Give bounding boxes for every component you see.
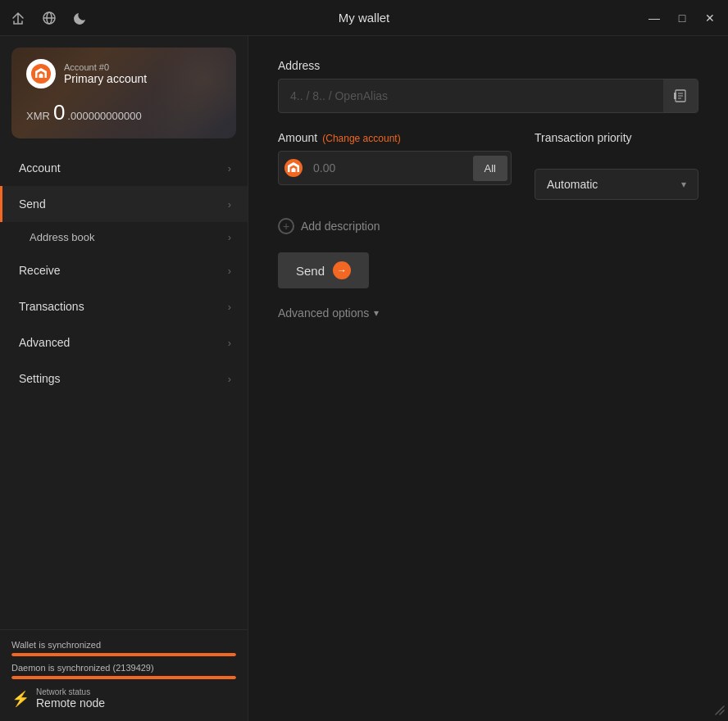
sidebar: Account #0 Primary account XMR 0 .000000… [0,36,248,721]
monero-icon-small [279,152,308,184]
titlebar: My wallet — □ ✕ [0,0,728,36]
globe-icon[interactable] [41,10,57,26]
add-description-icon: + [278,218,294,234]
sidebar-item-settings[interactable]: Settings › [0,360,248,397]
priority-value: Automatic [547,178,598,191]
amount-section: Amount (Change account) All [278,131,512,185]
send-chevron-icon: › [228,198,231,211]
monero-logo [26,59,56,88]
sidebar-item-receive[interactable]: Receive › [0,252,248,288]
settings-chevron-icon: › [228,373,231,385]
address-input[interactable] [279,81,663,111]
account-chevron-icon: › [228,162,231,175]
wallet-sync-bar-fill [11,653,236,656]
nav-items: Account › Send › Address book › Receive … [0,147,248,629]
send-button-label: Send [296,264,325,278]
address-book-chevron-icon: › [228,232,231,243]
sidebar-item-address-book[interactable]: Address book › [0,222,248,252]
svg-rect-8 [674,93,676,99]
address-book-open-button[interactable] [663,79,698,112]
network-status-value: Remote node [36,696,105,710]
send-content: Address Amount (Change account) [248,36,728,721]
account-card: Account #0 Primary account XMR 0 .000000… [11,48,236,138]
transactions-chevron-icon: › [228,301,231,313]
priority-dropdown[interactable]: Automatic ▾ [535,169,698,200]
account-header: Account #0 Primary account [26,59,221,88]
daemon-sync-bar [11,676,236,679]
all-button[interactable]: All [473,156,507,181]
amount-label: Amount [278,131,317,144]
amount-priority-row: Amount (Change account) All [278,131,698,200]
send-arrow-icon: → [333,261,351,279]
wallet-sync-bar [11,653,236,656]
advanced-options-chevron-icon: ▾ [374,307,379,319]
daemon-sync-status: Daemon is synchronized (2139429) [11,663,236,679]
sidebar-item-advanced[interactable]: Advanced › [0,324,248,360]
balance-whole: 0 [53,100,64,125]
network-info: Network status Remote node [36,687,105,710]
app-title: My wallet [339,11,390,25]
moon-icon[interactable] [72,10,89,26]
maximize-button[interactable]: □ [674,10,690,26]
account-number: Account #0 [64,62,147,72]
advanced-options-label: Advanced options [278,306,369,320]
account-name: Primary account [64,72,147,85]
account-balance: XMR 0 .000000000000 [26,100,221,125]
sidebar-status: Wallet is synchronized Daemon is synchro… [0,629,248,721]
sidebar-item-account[interactable]: Account › [0,150,248,186]
resize-handle[interactable] [715,705,725,718]
balance-decimal: .000000000000 [67,110,141,122]
sidebar-item-transactions[interactable]: Transactions › [0,288,248,324]
minimize-button[interactable]: — [646,10,662,26]
balance-currency: XMR [26,110,50,122]
wallet-sync-status: Wallet is synchronized [11,640,236,656]
wallet-sync-label: Wallet is synchronized [11,640,236,650]
network-status-label: Network status [36,687,105,696]
advanced-chevron-icon: › [228,337,231,349]
amount-input[interactable] [308,153,470,183]
main-layout: Account #0 Primary account XMR 0 .000000… [0,36,728,721]
amount-label-row: Amount (Change account) [278,131,512,144]
priority-section: Transaction priority Automatic ▾ [535,131,698,200]
send-button[interactable]: Send → [278,252,369,288]
close-button[interactable]: ✕ [702,10,718,26]
network-status: ⚡ Network status Remote node [11,687,236,710]
address-label: Address [278,59,698,72]
add-description-button[interactable]: + Add description [278,218,698,234]
advanced-options-toggle[interactable]: Advanced options ▾ [278,306,698,320]
daemon-sync-label: Daemon is synchronized (2139429) [11,663,236,673]
priority-label: Transaction priority [535,131,698,144]
sidebar-item-send[interactable]: Send › [0,186,248,222]
window-controls: — □ ✕ [646,10,718,26]
titlebar-left-icons [10,10,89,26]
priority-dropdown-icon: ▾ [681,179,686,190]
add-description-label: Add description [301,220,380,233]
change-account-link[interactable]: (Change account) [322,133,400,144]
share-icon[interactable] [10,10,26,26]
address-input-row [278,79,698,113]
bolt-icon: ⚡ [11,690,30,708]
receive-chevron-icon: › [228,265,231,277]
daemon-sync-bar-fill [11,676,236,679]
amount-input-row: All [278,151,512,185]
account-info: Account #0 Primary account [64,62,147,85]
